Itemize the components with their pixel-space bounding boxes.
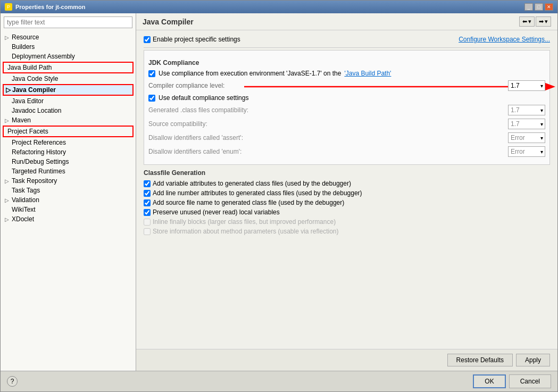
- java-build-path-link[interactable]: 'Java Build Path': [344, 70, 391, 77]
- sidebar-item-javadoc-location[interactable]: Javadoc Location: [1, 106, 136, 115]
- sidebar-item-label: Javadoc Location: [12, 107, 61, 114]
- enable-row: Enable project specific settings Configu…: [144, 36, 550, 43]
- compliance-level-row: Compiler compliance level:: [148, 80, 545, 91]
- disallow-assert-row: Disallow identifiers called 'assert': Er…: [148, 132, 545, 143]
- add-source-file-text: Add source file name to generated class …: [153, 199, 344, 206]
- disallow-assert-dropdown[interactable]: Error Warning Ignore: [508, 132, 545, 143]
- use-default-checkbox[interactable]: [148, 95, 155, 102]
- sidebar-item-targeted-runtimes[interactable]: Targeted Runtimes: [1, 166, 136, 176]
- sidebar-item-java-editor[interactable]: Java Editor: [1, 96, 136, 106]
- generated-class-dropdown-wrap: 1.7 1.6: [508, 105, 545, 115]
- sidebar-item-java-code-style-2[interactable]: Java Code Style: [1, 74, 136, 84]
- help-button[interactable]: ?: [7, 376, 18, 387]
- preserve-unused-checkbox[interactable]: [144, 209, 151, 216]
- use-default-text: Use default compliance settings: [159, 94, 248, 102]
- preserve-unused-text: Preserve unused (never read) local varia…: [153, 208, 280, 216]
- title-bar-left: P Properties for jt-common: [5, 3, 85, 11]
- sidebar-item-label: Java Editor: [12, 97, 44, 105]
- right-panel: Java Compiler ⬅ ▾ ➡ ▾: [136, 13, 557, 371]
- restore-defaults-button[interactable]: Restore Defaults: [447, 354, 513, 366]
- source-compat-dropdown-wrap: 1.7 1.6: [508, 119, 545, 129]
- forward-icon: ➡: [539, 18, 544, 25]
- back-icon: ⬅: [522, 18, 527, 25]
- back-button[interactable]: ⬅ ▾: [519, 16, 535, 27]
- filter-input[interactable]: [4, 16, 132, 28]
- sidebar-item-label: Builders: [12, 43, 35, 51]
- source-compat-dropdown[interactable]: 1.7 1.6: [508, 119, 545, 129]
- add-line-number-row: Add line number attributes to generated …: [144, 189, 550, 197]
- add-variable-checkbox[interactable]: [144, 180, 151, 187]
- add-variable-label[interactable]: Add variable attributes to generated cla…: [144, 180, 351, 187]
- compliance-level-container: Compiler compliance level:: [148, 80, 545, 91]
- bottom-buttons: Restore Defaults Apply: [136, 349, 557, 371]
- store-method-params-checkbox[interactable]: [144, 228, 151, 235]
- sidebar-item-label: Project References: [12, 139, 66, 146]
- main-content-wrapper: Enable project specific settings Configu…: [136, 30, 557, 371]
- add-source-file-label[interactable]: Add source file name to generated class …: [144, 199, 344, 206]
- compliance-level-label: Compiler compliance level:: [148, 82, 224, 89]
- window-title: Properties for jt-common: [15, 4, 85, 10]
- sidebar-item-label: Resource: [12, 34, 39, 41]
- maximize-button[interactable]: □: [535, 3, 543, 11]
- sidebar-item-java-compiler-box[interactable]: ▷ Java Compiler: [3, 84, 134, 96]
- cancel-button[interactable]: Cancel: [509, 374, 551, 388]
- source-compat-row: Source compatibility: 1.7 1.6: [148, 119, 545, 129]
- disallow-enum-row: Disallow identifiers called 'enum': Erro…: [148, 146, 545, 157]
- sidebar-item-label: Deployment Assembly: [12, 53, 75, 60]
- jdk-compliance-section: JDK Compliance Use compliance from execu…: [144, 50, 550, 165]
- sidebar-item-run-debug-settings[interactable]: Run/Debug Settings: [1, 157, 136, 166]
- expand-icon: ▷: [5, 216, 10, 222]
- sidebar-item-builders[interactable]: Builders: [1, 42, 136, 52]
- add-variable-row: Add variable attributes to generated cla…: [144, 180, 550, 187]
- sidebar-item-label: Java Compiler: [12, 86, 56, 94]
- source-compat-label: Source compatibility:: [148, 120, 207, 128]
- sidebar-item-deployment-assembly[interactable]: Deployment Assembly: [1, 52, 136, 61]
- sidebar-item-label: Project Facets: [7, 128, 48, 135]
- add-line-number-label[interactable]: Add line number attributes to generated …: [144, 189, 362, 197]
- store-method-params-label[interactable]: Store information about method parameter…: [144, 228, 339, 235]
- enable-project-checkbox[interactable]: [144, 36, 151, 43]
- disallow-assert-label: Disallow identifiers called 'assert':: [148, 134, 243, 141]
- expand-icon: ▷: [5, 197, 10, 203]
- apply-button[interactable]: Apply: [516, 354, 550, 366]
- dialog-bottom: ? OK Cancel: [1, 371, 557, 391]
- add-line-number-checkbox[interactable]: [144, 190, 151, 197]
- expand-icon: ▷: [5, 35, 10, 40]
- sidebar-item-task-repository[interactable]: ▷ Task Repository: [1, 176, 136, 186]
- generated-class-row: Generated .class files compatibility: 1.…: [148, 105, 545, 115]
- forward-button[interactable]: ➡ ▾: [536, 16, 551, 27]
- minimize-button[interactable]: _: [524, 3, 533, 11]
- sidebar-item-project-references[interactable]: Project References: [1, 138, 136, 147]
- use-compliance-checkbox[interactable]: [148, 70, 155, 77]
- add-source-file-checkbox[interactable]: [144, 199, 151, 206]
- configure-workspace-link[interactable]: Configure Workspace Settings...: [459, 36, 550, 43]
- add-line-number-text: Add line number attributes to generated …: [153, 189, 362, 197]
- sidebar-item-xdoclet[interactable]: ▷ XDoclet: [1, 214, 136, 224]
- inline-finally-checkbox[interactable]: [144, 219, 151, 226]
- close-button[interactable]: ✕: [545, 3, 553, 11]
- disallow-enum-dropdown[interactable]: Error Warning Ignore: [508, 146, 545, 157]
- sidebar-item-java-build-path-box[interactable]: Java Build Path: [3, 62, 134, 73]
- title-bar-controls: _ □ ✕: [524, 3, 553, 11]
- nav-buttons: ⬅ ▾ ➡ ▾: [519, 16, 551, 27]
- sidebar-item-wikitext[interactable]: WikiText: [1, 205, 136, 214]
- ok-button[interactable]: OK: [473, 374, 505, 388]
- sidebar-item-project-facets-box[interactable]: Project Facets: [3, 126, 134, 137]
- generated-class-dropdown[interactable]: 1.7 1.6: [508, 105, 545, 115]
- jdk-compliance-header: JDK Compliance: [148, 59, 545, 66]
- divider: [144, 47, 550, 48]
- preserve-unused-row: Preserve unused (never read) local varia…: [144, 208, 550, 216]
- sidebar-item-resource[interactable]: ▷ Resource: [1, 32, 136, 42]
- sidebar-item-task-tags[interactable]: Task Tags: [1, 186, 136, 195]
- enable-project-label[interactable]: Enable project specific settings: [144, 36, 240, 43]
- sidebar-item-label: Run/Debug Settings: [12, 158, 69, 165]
- sidebar-item-validation[interactable]: ▷ Validation: [1, 195, 136, 205]
- sidebar-item-label: WikiText: [12, 206, 36, 213]
- sidebar-item-maven[interactable]: ▷ Maven: [1, 115, 136, 125]
- sidebar-item-label: Targeted Runtimes: [12, 168, 65, 175]
- compliance-level-dropdown[interactable]: 1.7 1.6 1.8: [508, 80, 545, 91]
- inline-finally-label[interactable]: Inline finally blocks (larger class file…: [144, 218, 336, 226]
- preserve-unused-label[interactable]: Preserve unused (never read) local varia…: [144, 208, 280, 216]
- sidebar-item-refactoring-history[interactable]: Refactoring History: [1, 147, 136, 157]
- compliance-level-dropdown-wrap: 1.7 1.6 1.8: [508, 80, 545, 91]
